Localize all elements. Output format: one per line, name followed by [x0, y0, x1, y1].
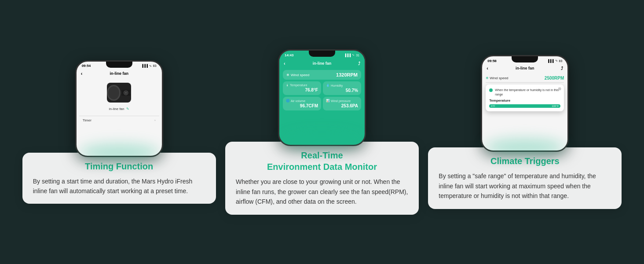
- air-volume-card: 🌀 Air volume 96.7CFM: [283, 97, 321, 110]
- svg-rect-4: [130, 91, 131, 95]
- climate-desc: By setting a "safe range" of temperature…: [439, 171, 611, 201]
- wind-value-dark: 2500RPM: [545, 76, 564, 81]
- timing-title: Timing Function: [33, 161, 205, 172]
- climate-card: Climate Triggers By setting a "safe rang…: [428, 147, 622, 209]
- air-volume-text: Air volume: [291, 99, 305, 103]
- phone-mockup-realtime: 14:43 ▐▐▐ ∿ 31 ‹ in-line fan ⤴ ❄ Wind sp…: [278, 49, 366, 146]
- wifi-icon: ∿: [149, 64, 152, 68]
- phone-mockup-climate: 09:58 ▐▐▐ ∿ 83 ‹ in-line fan ⤴ ❄ Wind sp…: [481, 55, 569, 152]
- phone-glow-3: [485, 139, 564, 156]
- back-arrow-timing[interactable]: ‹: [81, 71, 83, 76]
- phone-realtime: 14:43 ▐▐▐ ∿ 31 ‹ in-line fan ⤴ ❄ Wind sp…: [278, 49, 366, 146]
- humidity-value: 50.7%: [326, 88, 358, 93]
- humidity-card: 💧 Humidity 50.7%: [323, 81, 361, 95]
- back-arrow-realtime[interactable]: ‹: [284, 61, 285, 66]
- signal-icon-3: ▐▐▐: [547, 59, 554, 62]
- share-icon-realtime[interactable]: ⤴: [358, 61, 360, 66]
- temp-icon: 🌡: [286, 84, 289, 87]
- wind-pressure-label: 📊 Wind pressure: [326, 99, 358, 103]
- fan-svg: [121, 87, 132, 98]
- realtime-card: Real-Time Environment Data Monitor Wheth…: [225, 142, 419, 214]
- wind-label-dark: ❄ Wind speed: [486, 76, 508, 80]
- status-bar-timing: 09:54 ▐▐▐ ∿ 83: [77, 62, 162, 70]
- edit-icon[interactable]: ✎: [126, 107, 129, 111]
- tooltip-dot: [489, 88, 493, 92]
- device-name-row: in-line fan ✎: [109, 107, 129, 111]
- status-bar-climate: 09:58 ▐▐▐ ∿ 83: [482, 56, 567, 64]
- back-arrow-climate[interactable]: ‹: [487, 66, 488, 71]
- phone-timing: 09:54 ▐▐▐ ∿ 83 ‹ in-line fan: [75, 60, 163, 157]
- status-icons-realtime: ▐▐▐ ∿ 31: [344, 53, 359, 57]
- realtime-desc: Whether you are close to your growing un…: [236, 177, 408, 206]
- realtime-title: Real-Time Environment Data Monitor: [236, 150, 408, 172]
- humidity-text: Humidity: [331, 84, 343, 87]
- temp-min-label: 0°F: [491, 105, 495, 107]
- temp-max-label: 100°F: [552, 105, 559, 107]
- wind-pressure-card: 📊 Wind pressure 253.6PA: [323, 97, 361, 110]
- realtime-section: 14:43 ▐▐▐ ∿ 31 ‹ in-line fan ⤴ ❄ Wind sp…: [225, 49, 419, 214]
- timing-desc: By setting a start time and duration, th…: [33, 176, 205, 196]
- phone-header-timing: ‹ in-line fan: [77, 70, 162, 77]
- tooltip-content-row: When the temperature or humidity is not …: [489, 88, 560, 96]
- air-volume-label: 🌀 Air volume: [286, 99, 318, 103]
- svg-point-2: [125, 92, 126, 93]
- tooltip-title: Temperature: [489, 99, 560, 103]
- temp-range-bar: 0°F 100°F: [489, 104, 560, 108]
- wind-pressure-text: Wind pressure: [331, 99, 351, 103]
- tooltip-text: When the temperature or humidity is not …: [495, 88, 560, 96]
- battery-icon-3: 83: [559, 59, 563, 62]
- wind-pressure-value: 253.6PA: [326, 103, 358, 108]
- wifi-icon-3: ∿: [555, 59, 558, 62]
- wifi-icon-2: ∿: [352, 53, 355, 57]
- time-timing: 09:54: [82, 64, 91, 68]
- phone1-content: in-line fan ✎ Timer ›: [77, 77, 162, 127]
- phone-glow-1: [80, 144, 159, 161]
- climate-title: Climate Triggers: [439, 155, 611, 167]
- tooltip-close-button[interactable]: ⊗: [558, 86, 561, 91]
- device-label: in-line fan: [109, 107, 124, 111]
- timer-label: Timer: [83, 118, 91, 122]
- battery-icon-2: 31: [356, 54, 359, 57]
- phone3-content: ❄ Wind speed 2500RPM ⊗ When the temperat…: [482, 72, 567, 113]
- svg-rect-3: [121, 91, 122, 95]
- timer-row[interactable]: Timer ›: [79, 116, 159, 125]
- temp-card: 🌡 Temperature 76.8°F: [283, 81, 321, 95]
- status-icons-climate: ▐▐▐ ∿ 83: [547, 59, 563, 62]
- wind-icon: ❄: [286, 73, 289, 77]
- fan-device-image: [106, 82, 132, 104]
- phone-title-timing: in-line fan: [110, 71, 128, 76]
- time-climate: 09:58: [487, 59, 496, 63]
- wind-speed-row-dark: ❄ Wind speed 2500RPM: [486, 74, 564, 83]
- fan-device-shape: [107, 83, 131, 103]
- phone-mockup-timing: 09:54 ▐▐▐ ∿ 83 ‹ in-line fan: [75, 60, 163, 157]
- humidity-icon: 💧: [326, 84, 330, 87]
- wind-speed-value: 1320RPM: [336, 72, 358, 77]
- metrics-grid: 🌡 Temperature 76.8°F 💧 Humidity 50.7%: [283, 81, 361, 110]
- status-icons-timing: ▐▐▐ ∿ 83: [141, 64, 157, 68]
- phone2-content: ❄ Wind speed 1320RPM 🌡 Temperature 76.8°…: [279, 68, 365, 112]
- phone-header-climate: ‹ in-line fan ⤴: [482, 64, 567, 72]
- wind-speed-text: Wind speed: [291, 73, 309, 77]
- status-bar-realtime: 14:43 ▐▐▐ ∿ 31: [279, 51, 365, 59]
- wind-fan-icon: ❄: [486, 76, 489, 80]
- temp-value: 76.8°F: [286, 88, 318, 92]
- wind-speed-dark-text: Wind speed: [490, 76, 508, 80]
- air-volume-icon: 🌀: [286, 99, 290, 103]
- phone-title-realtime: in-line fan: [313, 61, 332, 66]
- signal-icon: ▐▐▐: [141, 64, 148, 67]
- climate-tooltip: ⊗ When the temperature or humidity is no…: [486, 84, 564, 111]
- share-icon-climate[interactable]: ⤴: [561, 66, 563, 71]
- air-volume-value: 96.7CFM: [286, 103, 318, 108]
- phone-climate: 09:58 ▐▐▐ ∿ 83 ‹ in-line fan ⤴ ❄ Wind sp…: [481, 55, 569, 152]
- phone-glow-2: [282, 133, 362, 150]
- battery-icon: 83: [153, 64, 157, 67]
- wind-speed-label: ❄ Wind speed: [286, 73, 309, 77]
- humidity-label: 💧 Humidity: [326, 84, 358, 87]
- phone-title-climate: in-line fan: [516, 66, 534, 70]
- temp-label: 🌡 Temperature: [286, 84, 318, 87]
- time-realtime: 14:43: [285, 53, 293, 57]
- climate-section: 09:58 ▐▐▐ ∿ 83 ‹ in-line fan ⤴ ❄ Wind sp…: [428, 55, 622, 209]
- timing-section: 09:54 ▐▐▐ ∿ 83 ‹ in-line fan: [22, 60, 216, 204]
- temp-text: Temperature: [290, 84, 307, 87]
- phone-header-realtime: ‹ in-line fan ⤴: [279, 59, 365, 68]
